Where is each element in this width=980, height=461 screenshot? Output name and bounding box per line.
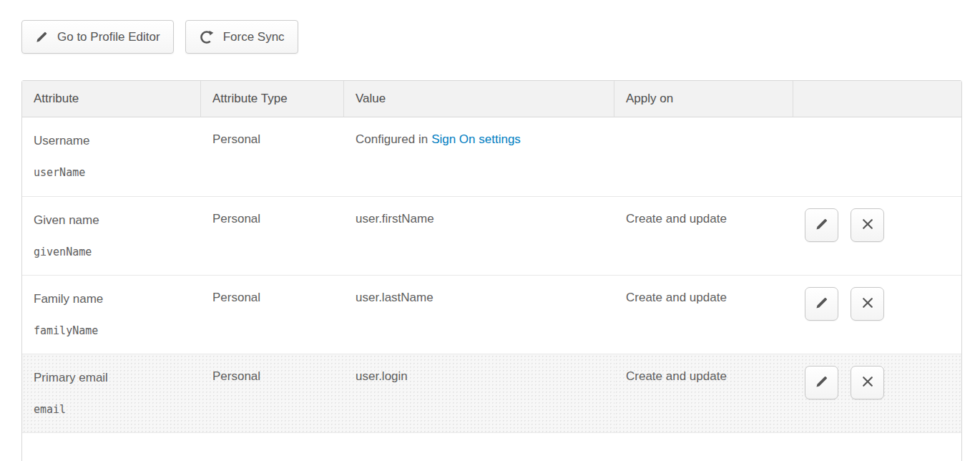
- attribute-variable: givenName: [34, 246, 190, 258]
- column-header-attribute-type: Attribute Type: [201, 81, 344, 117]
- attribute-variable: email: [34, 403, 190, 416]
- value-cell: Configured inSign On settings: [344, 117, 614, 196]
- attribute-cell: Username userName: [22, 117, 201, 196]
- attribute-type-cell: Personal: [201, 354, 344, 432]
- attribute-cell: Given name givenName: [22, 196, 201, 275]
- apply-on-cell: [614, 117, 793, 196]
- actions-cell: [793, 275, 961, 354]
- go-to-profile-editor-label: Go to Profile Editor: [57, 30, 160, 44]
- apply-on-cell: Create and update: [614, 275, 793, 354]
- close-icon: [861, 217, 875, 233]
- attribute-variable: familyName: [34, 324, 190, 337]
- attribute-cell: Family name familyName: [22, 275, 201, 354]
- close-icon: [861, 374, 875, 391]
- attribute-type-cell: Personal: [201, 275, 344, 354]
- pencil-icon: [35, 30, 49, 44]
- refresh-icon: [199, 29, 215, 45]
- remove-attribute-button[interactable]: [851, 208, 884, 242]
- row-actions: [805, 366, 961, 399]
- pencil-icon: [815, 296, 829, 312]
- attribute-label: Username: [34, 132, 190, 150]
- edit-attribute-button[interactable]: [805, 366, 838, 399]
- column-header-apply-on: Apply on: [614, 81, 793, 117]
- actions-cell: [793, 117, 961, 196]
- remove-attribute-button[interactable]: [851, 366, 884, 399]
- value-cell: user.firstName: [344, 196, 614, 275]
- force-sync-button[interactable]: Force Sync: [185, 20, 298, 54]
- table-row-primary-email: Primary email email Personal user.login …: [22, 354, 961, 432]
- row-actions: [805, 208, 961, 242]
- attribute-type-cell: Personal: [201, 117, 344, 196]
- actions-cell: [793, 196, 961, 275]
- attribute-variable: userName: [34, 166, 190, 179]
- edit-attribute-button[interactable]: [805, 208, 838, 242]
- apply-on-cell: Create and update: [614, 354, 793, 432]
- value-cell: user.lastName: [344, 275, 614, 354]
- attribute-label: Given name: [34, 212, 190, 229]
- pencil-icon: [815, 217, 829, 233]
- table-header-row: Attribute Attribute Type Value Apply on: [22, 81, 961, 117]
- row-actions: [805, 287, 961, 321]
- table-row-username: Username userName Personal Configured in…: [22, 117, 961, 196]
- toolbar: Go to Profile Editor Force Sync: [21, 20, 962, 54]
- pencil-icon: [815, 374, 829, 391]
- attribute-cell: Primary email email: [22, 354, 201, 432]
- partial-row-cell: [22, 432, 961, 461]
- sign-on-settings-link[interactable]: Sign On settings: [431, 132, 521, 146]
- attribute-type-cell: Personal: [201, 196, 344, 275]
- value-cell: user.login: [344, 354, 614, 432]
- table-row-given-name: Given name givenName Personal user.first…: [22, 196, 961, 275]
- force-sync-label: Force Sync: [223, 30, 285, 44]
- apply-on-cell: Create and update: [614, 196, 793, 275]
- value-prefix: Configured in: [356, 132, 428, 146]
- attribute-mappings-table: Attribute Attribute Type Value Apply on …: [21, 80, 962, 461]
- edit-attribute-button[interactable]: [805, 287, 838, 321]
- column-header-actions: [793, 81, 961, 117]
- actions-cell: [793, 354, 961, 432]
- table-row-partial: [22, 432, 961, 461]
- close-icon: [861, 296, 875, 312]
- remove-attribute-button[interactable]: [851, 287, 884, 321]
- attribute-label: Primary email: [34, 369, 190, 387]
- table-row-family-name: Family name familyName Personal user.las…: [22, 275, 961, 354]
- attribute-label: Family name: [34, 291, 190, 308]
- column-header-value: Value: [344, 81, 614, 117]
- column-header-attribute: Attribute: [22, 81, 201, 117]
- attribute-mappings-page: Go to Profile Editor Force Sync Attribut…: [0, 0, 980, 461]
- go-to-profile-editor-button[interactable]: Go to Profile Editor: [21, 20, 174, 54]
